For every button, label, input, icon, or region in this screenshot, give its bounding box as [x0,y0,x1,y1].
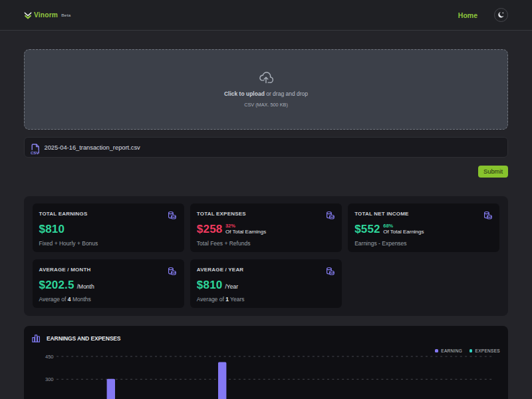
legend-item-earning[interactable]: EARNING [435,348,462,353]
moon-icon [497,11,505,19]
main-content: Click to upload or drag and drop CSV (MA… [0,49,532,399]
card-percent-label: Of Total Earnings [225,229,266,235]
chart-card: EARNINGS AND EXPENSES EARNING EXPENSES 4… [24,326,508,399]
theme-toggle-button[interactable] [494,8,508,22]
file-dropzone[interactable]: Click to upload or drag and drop CSV (MA… [24,49,508,130]
card-subtitle: Fixed + Hourly + Bonus [39,240,178,247]
y-tick-label-300: 300 [45,376,54,382]
brand-logo[interactable]: Vinorm Beta [24,12,70,19]
chart-legend: EARNING EXPENSES [32,348,500,353]
card-value: $552 [354,224,380,235]
card-total-net-income: TOTAL NET INCOME $552 68% Of Total Earni… [348,203,499,252]
card-value-suffix: /Month [77,283,94,290]
navbar: Vinorm Beta Home [0,0,532,31]
card-subtitle: Average of 1 Years [197,296,335,303]
card-title: TOTAL EXPENSES [197,211,246,217]
card-subtitle-rest: Months [71,296,91,303]
nav-link-home[interactable]: Home [458,11,477,19]
y-tick-label-450: 450 [45,354,54,360]
stats-panel: TOTAL EARNINGS $810 Fixed + Hourly + Bon… [24,196,508,316]
card-value: $810 [39,224,65,235]
brand-name: Vinorm [34,12,58,19]
card-subtitle-prefix: Average of [39,296,68,303]
uploaded-file-name: 2025-04-16_transaction_report.csv [45,144,140,151]
bar-chart-icon [32,334,40,342]
card-value: $202.5 [39,280,74,291]
brand-badge: Beta [61,13,70,17]
chart-plot-area: 450300 [32,353,500,399]
coins-icon [483,211,493,219]
legend-label-expenses: EXPENSES [475,348,500,353]
double-chevron-logo-icon [24,12,32,19]
card-value-suffix: /Year [225,283,238,290]
chart-title: EARNINGS AND EXPENSES [47,335,120,342]
card-title: TOTAL NET INCOME [354,211,408,217]
legend-item-expenses[interactable]: EXPENSES [469,348,500,353]
coins-icon [326,211,335,219]
legend-swatch-expenses [469,349,473,352]
card-title: AVERAGE / YEAR [197,267,244,273]
legend-label-earning: EARNING [441,348,462,353]
cloud-upload-icon [259,71,273,84]
bar-earning-1 [218,362,226,399]
svg-text:CSV: CSV [31,150,39,155]
card-percent: 68% [383,223,424,229]
card-subtitle: Earnings - Expenses [354,240,493,247]
submit-row: Submit [24,166,508,178]
legend-swatch-earning [435,349,438,352]
card-subtitle: Total Fees + Refunds [197,240,335,247]
card-percent: 32% [225,223,266,229]
dropzone-instruction-rest: or drag and drop [265,90,308,97]
card-total-earnings: TOTAL EARNINGS $810 Fixed + Hourly + Bon… [33,203,184,252]
dropzone-filetype-hint: CSV (MAX. 500 KB) [244,102,288,108]
uploaded-file-row[interactable]: CSV 2025-04-16_transaction_report.csv [24,137,508,158]
card-value: $810 [197,280,223,291]
card-percent-label: Of Total Earnings [383,229,424,235]
dropzone-instruction-bold: Click to upload [224,90,265,97]
card-total-expenses: TOTAL EXPENSES $258 32% Of Total Earning… [190,203,342,252]
submit-button[interactable]: Submit [478,166,508,178]
bar-chart-plot: 450300 [32,353,500,399]
card-title: TOTAL EARNINGS [39,211,88,217]
card-average-month: AVERAGE / MONTH $202.5 /Month Average of… [33,259,184,308]
card-average-year: AVERAGE / YEAR $810 /Year Average of 1 Y… [190,259,342,308]
dropzone-instruction: Click to upload or drag and drop [224,90,308,97]
stats-grid: TOTAL EARNINGS $810 Fixed + Hourly + Bon… [33,203,500,308]
csv-file-icon: CSV [31,144,40,155]
card-value: $258 [197,224,223,235]
coins-icon [168,211,177,219]
card-title: AVERAGE / MONTH [39,267,91,273]
card-subtitle-rest: Years [229,296,245,303]
coins-icon [168,267,177,275]
bar-earning-0 [107,379,115,399]
card-subtitle-prefix: Average of [197,296,225,303]
coins-icon [326,267,335,275]
card-subtitle: Average of 4 Months [39,296,178,303]
